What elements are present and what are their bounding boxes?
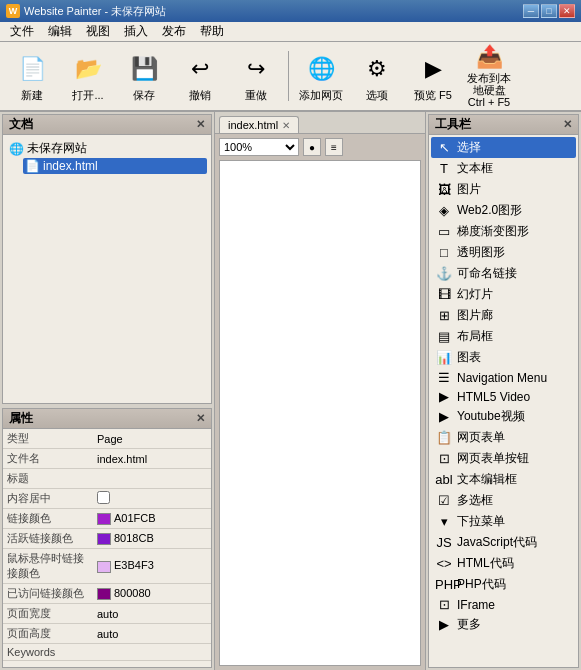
menu-item-编辑[interactable]: 编辑 (42, 22, 78, 41)
toolbox-item-label-checkbox: 多选框 (457, 492, 493, 509)
toolbox-item-select[interactable]: ↖选择 (431, 137, 576, 158)
toolbox-item-richtextbox[interactable]: abl文本编辑框 (431, 469, 576, 490)
toolbox-item-gallery[interactable]: ⊞图片廊 (431, 305, 576, 326)
select-icon: ↖ (435, 140, 453, 155)
props-key: 文件名 (3, 449, 93, 469)
props-value: Page (93, 429, 211, 449)
textbox-icon: T (435, 161, 453, 176)
toolbox-item-label-formbutton: 网页表单按钮 (457, 450, 529, 467)
toolbox-item-more[interactable]: ▶更多 (431, 614, 576, 635)
props-key: 鼠标悬停时链接接颜色 (3, 549, 93, 584)
toolbox-item-phpcode[interactable]: PHPPHP代码 (431, 574, 576, 595)
open-icon: 📂 (70, 51, 106, 87)
center-area: index.html ✕ 100% 75% 150% ● ≡ (215, 112, 426, 670)
toolbox-item-namedlink[interactable]: ⚓可命名链接 (431, 263, 576, 284)
toolbox-item-label-gradient: 梯度渐变图形 (457, 223, 529, 240)
options-icon: ⚙ (359, 51, 395, 87)
publish-icon: 📤 (471, 44, 507, 70)
color-swatch (97, 513, 111, 525)
toolbox-item-label-dropdown: 下拉菜单 (457, 513, 505, 530)
toolbar-btn-addpage[interactable]: 🌐添加网页 (295, 46, 347, 106)
toolbar-btn-new[interactable]: 📄新建 (6, 46, 58, 106)
toolbox-item-web2shape[interactable]: ◈Web2.0图形 (431, 200, 576, 221)
canvas-btn-lines[interactable]: ≡ (325, 138, 343, 156)
zoom-select[interactable]: 100% 75% 150% (219, 138, 299, 156)
slideshow-icon: 🎞 (435, 287, 453, 302)
toolbox-item-chart[interactable]: 📊图表 (431, 347, 576, 368)
toolbar-btn-redo[interactable]: ↪重做 (230, 46, 282, 106)
web2shape-icon: ◈ (435, 203, 453, 218)
color-swatch (97, 561, 111, 573)
toolbox-item-layout[interactable]: ▤布局框 (431, 326, 576, 347)
toolbox-item-gradient[interactable]: ▭梯度渐变图形 (431, 221, 576, 242)
tree-child-item[interactable]: 📄 index.html (23, 158, 207, 174)
toolbox-panel-title: 工具栏 (435, 116, 471, 133)
toolbar-btn-open[interactable]: 📂打开... (62, 46, 114, 106)
toolbox-item-label-select: 选择 (457, 139, 481, 156)
editor-tab[interactable]: index.html ✕ (219, 116, 299, 133)
toolbox-item-label-web2shape: Web2.0图形 (457, 202, 522, 219)
toolbox-item-image[interactable]: 🖼图片 (431, 179, 576, 200)
document-tree: 🌐 未保存网站 📄 index.html (3, 135, 211, 403)
toolbox-item-javascript[interactable]: JSJavaScript代码 (431, 532, 576, 553)
toolbox-item-textbox[interactable]: T文本框 (431, 158, 576, 179)
toolbox-item-iframe[interactable]: ⊡IFrame (431, 595, 576, 614)
content-center-checkbox[interactable] (97, 491, 110, 504)
html5video-icon: ▶ (435, 389, 453, 404)
canvas-body[interactable] (219, 160, 421, 666)
document-panel-close[interactable]: ✕ (196, 118, 205, 131)
title-bar-text: Website Painter - 未保存网站 (24, 4, 166, 19)
tree-child-label: index.html (43, 159, 98, 173)
props-key: Keywords (3, 644, 93, 661)
toolbox-item-formbutton[interactable]: ⊡网页表单按钮 (431, 448, 576, 469)
close-button[interactable]: ✕ (559, 4, 575, 18)
menu-item-文件[interactable]: 文件 (4, 22, 40, 41)
tab-close-button[interactable]: ✕ (282, 120, 290, 131)
props-value: index.html (93, 449, 211, 469)
toolbox-item-html5video[interactable]: ▶HTML5 Video (431, 387, 576, 406)
left-panel: 文档 ✕ 🌐 未保存网站 📄 index.html (0, 112, 215, 670)
toolbox-panel-close[interactable]: ✕ (563, 118, 572, 131)
toolbar-btn-save[interactable]: 💾保存 (118, 46, 170, 106)
menu-item-发布[interactable]: 发布 (156, 22, 192, 41)
htmlcode-icon: <> (435, 556, 453, 571)
menu-item-视图[interactable]: 视图 (80, 22, 116, 41)
props-row: 活跃链接颜色8018CB (3, 529, 211, 549)
toolbox-item-transparent[interactable]: □透明图形 (431, 242, 576, 263)
toolbar-btn-undo[interactable]: ↩撤销 (174, 46, 226, 106)
maximize-button[interactable]: □ (541, 4, 557, 18)
toolbar-btn-preview[interactable]: ▶预览 F5 (407, 46, 459, 106)
props-value[interactable]: A01FCB (93, 509, 211, 529)
canvas-btn-circle[interactable]: ● (303, 138, 321, 156)
tree-root-item[interactable]: 🌐 未保存网站 (7, 139, 207, 158)
toolbox-item-slideshow[interactable]: 🎞幻灯片 (431, 284, 576, 305)
canvas-toolbar: 100% 75% 150% ● ≡ (219, 138, 421, 156)
properties-panel-title: 属性 (9, 410, 33, 427)
toolbox-item-checkbox[interactable]: ☑多选框 (431, 490, 576, 511)
richtextbox-icon: abl (435, 472, 453, 487)
toolbox-item-youtube[interactable]: ▶Youtube视频 (431, 406, 576, 427)
props-row: 标题 (3, 469, 211, 489)
properties-panel-close[interactable]: ✕ (196, 412, 205, 425)
toolbox-item-label-iframe: IFrame (457, 598, 495, 612)
minimize-button[interactable]: ─ (523, 4, 539, 18)
toolbox-item-dropdown[interactable]: ▾下拉菜单 (431, 511, 576, 532)
toolbar-btn-label-new: 新建 (21, 89, 43, 101)
toolbar-btn-options[interactable]: ⚙选项 (351, 46, 403, 106)
toolbox-item-navmenu[interactable]: ☰Navigation Menu (431, 368, 576, 387)
props-value[interactable]: 800080 (93, 584, 211, 604)
props-value[interactable] (93, 489, 211, 509)
menu-item-帮助[interactable]: 帮助 (194, 22, 230, 41)
props-row: 鼠标悬停时链接接颜色E3B4F3 (3, 549, 211, 584)
title-bar-controls[interactable]: ─ □ ✕ (523, 4, 575, 18)
props-key: 类型 (3, 429, 93, 449)
toolbox-item-htmlcode[interactable]: <>HTML代码 (431, 553, 576, 574)
props-value[interactable]: E3B4F3 (93, 549, 211, 584)
transparent-icon: □ (435, 245, 453, 260)
toolbox-item-webform[interactable]: 📋网页表单 (431, 427, 576, 448)
main-toolbar: 📄新建📂打开...💾保存↩撤销↪重做🌐添加网页⚙选项▶预览 F5📤发布到本地硬盘… (0, 42, 581, 112)
toolbox-item-label-textbox: 文本框 (457, 160, 493, 177)
toolbar-btn-publish[interactable]: 📤发布到本地硬盘Ctrl + F5 (463, 46, 515, 106)
menu-item-插入[interactable]: 插入 (118, 22, 154, 41)
props-value[interactable]: 8018CB (93, 529, 211, 549)
